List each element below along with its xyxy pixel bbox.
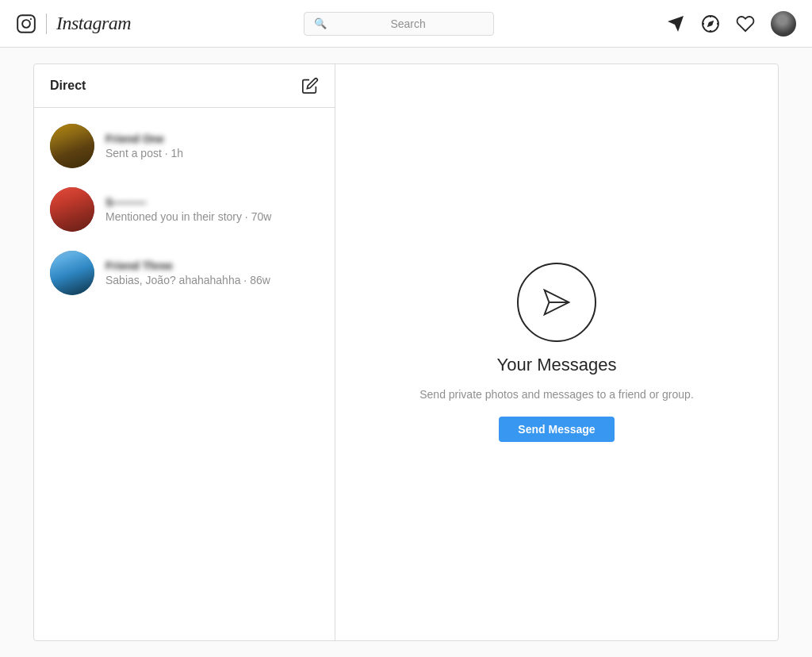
conversation-info: Friend Three Sabias, João? ahahahahha · … xyxy=(105,259,319,286)
search-icon: 🔍 xyxy=(314,17,327,29)
conversation-info: S——— Mentioned you in their story · 70w xyxy=(105,196,319,223)
navbar-divider xyxy=(46,13,47,34)
conversation-list: Friend One Sent a post · 1h S——— Mention… xyxy=(34,108,335,311)
messages-icon-circle xyxy=(517,263,596,342)
explore-nav-icon[interactable] xyxy=(701,14,720,33)
navbar-center: 🔍 xyxy=(131,12,666,36)
conversation-item[interactable]: Friend Three Sabias, João? ahahahahha · … xyxy=(34,241,335,305)
messages-panel: Your Messages Send private photos and me… xyxy=(335,64,778,640)
conversation-name: S——— xyxy=(105,196,319,209)
conversation-preview: Sabias, João? ahahahahha · 86w xyxy=(105,274,319,286)
navbar: Instagram 🔍 xyxy=(0,0,812,48)
heart-nav-icon[interactable] xyxy=(736,14,755,33)
main-panel: Direct Friend One Sent a post xyxy=(33,63,779,641)
search-input[interactable] xyxy=(333,17,484,30)
search-box[interactable]: 🔍 xyxy=(304,12,494,36)
conversation-item[interactable]: Friend One Sent a post · 1h xyxy=(34,114,335,178)
conversation-name: Friend Three xyxy=(105,259,319,272)
conversation-item[interactable]: S——— Mentioned you in their story · 70w xyxy=(34,178,335,241)
direct-title: Direct xyxy=(50,79,86,93)
svg-rect-0 xyxy=(17,15,35,33)
direct-sidebar: Direct Friend One Sent a post xyxy=(34,64,335,640)
avatar xyxy=(50,124,94,168)
brand-name: Instagram xyxy=(56,13,131,34)
main-content: Direct Friend One Sent a post xyxy=(0,48,812,657)
messages-subtitle: Send private photos and messages to a fr… xyxy=(419,388,694,401)
direct-nav-icon[interactable] xyxy=(666,14,685,33)
messages-title: Your Messages xyxy=(497,355,617,375)
conversation-name: Friend One xyxy=(105,133,319,145)
conversation-info: Friend One Sent a post · 1h xyxy=(105,133,319,159)
instagram-logo-icon[interactable] xyxy=(16,13,36,34)
compose-icon[interactable] xyxy=(301,77,319,94)
paper-plane-icon xyxy=(538,284,575,321)
navbar-right xyxy=(666,11,796,36)
profile-avatar[interactable] xyxy=(771,11,796,36)
direct-header: Direct xyxy=(34,64,335,108)
svg-marker-8 xyxy=(707,20,714,26)
send-message-button[interactable]: Send Message xyxy=(499,417,614,442)
avatar xyxy=(50,251,94,295)
svg-point-1 xyxy=(22,20,30,28)
conversation-preview: Sent a post · 1h xyxy=(105,147,319,159)
avatar xyxy=(50,187,94,232)
conversation-preview: Mentioned you in their story · 70w xyxy=(105,210,319,223)
navbar-left: Instagram xyxy=(16,13,131,34)
svg-point-2 xyxy=(30,17,32,19)
